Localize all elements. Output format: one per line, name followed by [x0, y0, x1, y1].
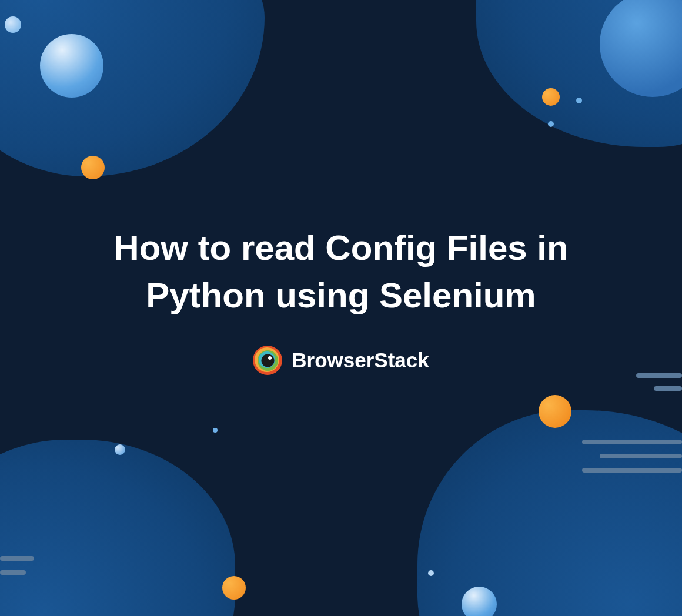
browserstack-icon [253, 346, 282, 375]
brand-name: BrowserStack [292, 349, 429, 372]
svg-point-4 [262, 354, 275, 367]
brand-logo: BrowserStack [253, 346, 429, 375]
svg-point-5 [268, 356, 272, 360]
page-title: How to read Config Files in Python using… [53, 224, 629, 319]
